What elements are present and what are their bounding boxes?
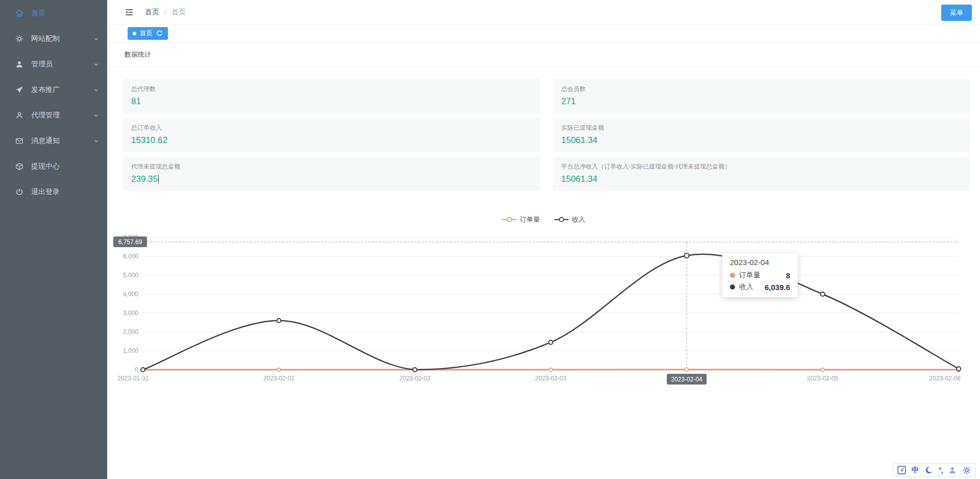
svg-text:2023-02-02: 2023-02-02 bbox=[399, 375, 431, 382]
stat-value: 271 bbox=[561, 97, 576, 107]
svg-text:2023-02-01: 2023-02-01 bbox=[263, 375, 295, 382]
user-icon bbox=[15, 60, 23, 68]
sidebar-item-label: 提现中心 bbox=[31, 162, 60, 171]
top-header: 首页 / 首页 菜单 bbox=[107, 0, 980, 25]
chart-tooltip: 2023-02-04 订单量 8 收入 6,039.6 bbox=[722, 253, 798, 297]
stat-card-withdrawn-amount: 实际已提现金额 15061.34 bbox=[553, 117, 970, 152]
svg-text:6,000: 6,000 bbox=[123, 253, 138, 260]
svg-text:2023-01-31: 2023-01-31 bbox=[117, 375, 149, 382]
refresh-icon[interactable] bbox=[156, 30, 163, 37]
power-icon bbox=[15, 188, 23, 196]
svg-text:3,000: 3,000 bbox=[123, 309, 138, 317]
menu-fold-icon[interactable] bbox=[125, 8, 134, 17]
stat-label: 总订单收入 bbox=[131, 124, 531, 132]
gear-icon bbox=[15, 35, 23, 43]
tooltip-row-orders: 订单量 8 bbox=[730, 271, 790, 280]
home-icon bbox=[15, 9, 23, 17]
chart-legend: 订单量收入 bbox=[107, 213, 980, 226]
stat-value: 81 bbox=[131, 97, 141, 107]
sidebar-item-label: 消息通知 bbox=[31, 136, 60, 146]
section-title: 数据统计 bbox=[125, 50, 151, 59]
sidebar-item-logout[interactable]: 退出登录 bbox=[0, 179, 107, 205]
svg-text:1,000: 1,000 bbox=[123, 347, 138, 354]
sidebar: 首页 网站配制 管理员 发布推广 代理管理 bbox=[0, 0, 107, 479]
sidebar-item-label: 首页 bbox=[31, 9, 45, 18]
tooltip-label: 订单量 bbox=[739, 271, 761, 280]
sidebar-item-label: 网站配制 bbox=[31, 34, 60, 43]
svg-text:6,757.69: 6,757.69 bbox=[118, 238, 142, 246]
sidebar-item-agents[interactable]: 代理管理 bbox=[0, 103, 107, 128]
sidebar-item-site-config[interactable]: 网站配制 bbox=[0, 26, 107, 52]
legend-label: 收入 bbox=[572, 215, 585, 224]
dial-icon[interactable] bbox=[897, 466, 906, 475]
line-chart[interactable]: 01,0002,0003,0004,0005,0006,0007,0002023… bbox=[107, 228, 980, 396]
svg-text:4,000: 4,000 bbox=[123, 291, 138, 298]
stat-card-platform-net-income: 平台总净收入（订单收入-实际已提现金额-代理未提现总金额） 15061.34 bbox=[553, 156, 970, 191]
moon-icon[interactable] bbox=[924, 466, 934, 475]
legend-item-orders[interactable]: 订单量 bbox=[502, 215, 540, 224]
voice-icon[interactable]: °, bbox=[939, 466, 943, 474]
text-caret bbox=[158, 175, 159, 184]
breadcrumb-home[interactable]: 首页 bbox=[145, 8, 159, 17]
stat-card-total-agents: 总代理数 81 bbox=[122, 79, 540, 113]
legend-label: 订单量 bbox=[520, 215, 540, 224]
sidebar-item-home[interactable]: 首页 bbox=[0, 1, 107, 26]
tab-home[interactable]: 首页 bbox=[128, 27, 168, 40]
stat-label: 代理未提现总金额 bbox=[131, 162, 531, 171]
stat-label: 平台总净收入（订单收入-实际已提现金额-代理未提现总金额） bbox=[561, 162, 962, 171]
sidebar-item-label: 代理管理 bbox=[31, 111, 60, 120]
revenue-dot-icon bbox=[730, 284, 735, 290]
withdraw-icon bbox=[15, 162, 23, 171]
tooltip-value: 6,039.6 bbox=[765, 283, 790, 292]
stat-label: 实际已提现金额 bbox=[561, 124, 962, 132]
menu-button[interactable]: 菜单 bbox=[941, 5, 972, 21]
chevron-down-icon bbox=[92, 112, 100, 119]
chevron-down-icon bbox=[92, 35, 100, 43]
sidebar-item-promotion[interactable]: 发布推广 bbox=[0, 77, 107, 103]
svg-text:2023-02-06: 2023-02-06 bbox=[929, 375, 961, 382]
svg-text:2023-02-05: 2023-02-05 bbox=[807, 375, 839, 382]
stat-value: 15061.34 bbox=[561, 174, 598, 184]
chevron-down-icon bbox=[92, 61, 100, 68]
svg-text:5,000: 5,000 bbox=[123, 272, 138, 279]
breadcrumb-separator: / bbox=[164, 8, 166, 16]
browser-extension-toolbar: 中 °, bbox=[893, 463, 976, 477]
stat-value: 239.35 bbox=[131, 174, 158, 184]
stat-card-total-members: 总会员数 271 bbox=[553, 79, 970, 113]
translate-icon[interactable]: 中 bbox=[912, 465, 919, 475]
svg-text:2,000: 2,000 bbox=[123, 328, 138, 336]
sidebar-item-notifications[interactable]: 消息通知 bbox=[0, 128, 107, 154]
legend-marker-icon bbox=[554, 217, 569, 223]
stat-cards: 总代理数 81 总会员数 271 总订单收入 15310.62 实际已提现金额 … bbox=[122, 79, 970, 191]
profile-icon[interactable] bbox=[948, 466, 957, 475]
breadcrumb-current: 首页 bbox=[172, 8, 186, 17]
svg-text:0: 0 bbox=[135, 366, 138, 373]
chevron-down-icon bbox=[92, 86, 100, 94]
sidebar-item-label: 管理员 bbox=[31, 60, 53, 69]
legend-item-revenue[interactable]: 收入 bbox=[554, 215, 585, 224]
section-header: 数据统计 bbox=[107, 43, 980, 66]
stat-value: 15061.34 bbox=[561, 135, 598, 146]
tooltip-date: 2023-02-04 bbox=[730, 258, 790, 267]
stat-card-agent-unwithdrawn: 代理未提现总金额 239.35 bbox=[122, 156, 540, 191]
stat-value: 15310.62 bbox=[131, 135, 167, 146]
sidebar-item-label: 发布推广 bbox=[31, 85, 60, 94]
send-icon bbox=[15, 86, 23, 94]
svg-text:2023-02-04: 2023-02-04 bbox=[671, 376, 703, 383]
chart-canvas[interactable]: 01,0002,0003,0004,0005,0006,0007,0002023… bbox=[107, 228, 980, 396]
tooltip-label: 收入 bbox=[739, 282, 753, 292]
tabs-bar: 首页 bbox=[107, 25, 980, 43]
tab-label: 首页 bbox=[140, 29, 153, 38]
settings-gear-icon[interactable] bbox=[962, 466, 971, 475]
stat-label: 总会员数 bbox=[561, 85, 962, 93]
sidebar-item-label: 退出登录 bbox=[31, 187, 60, 197]
tooltip-value: 8 bbox=[786, 271, 790, 280]
main-content: 首页 / 首页 菜单 首页 数据统计 总代理数 81 总会员数 271 总订单收… bbox=[107, 0, 980, 479]
stat-card-total-order-income: 总订单收入 15310.62 bbox=[122, 117, 540, 152]
sidebar-item-withdraw-center[interactable]: 提现中心 bbox=[0, 154, 107, 179]
chart-section: 订单量收入 01,0002,0003,0004,0005,0006,0007,0… bbox=[107, 213, 980, 396]
tab-active-dot-icon bbox=[133, 32, 136, 35]
tooltip-row-revenue: 收入 6,039.6 bbox=[730, 282, 790, 292]
orders-dot-icon bbox=[730, 273, 735, 278]
sidebar-item-admins[interactable]: 管理员 bbox=[0, 52, 107, 77]
